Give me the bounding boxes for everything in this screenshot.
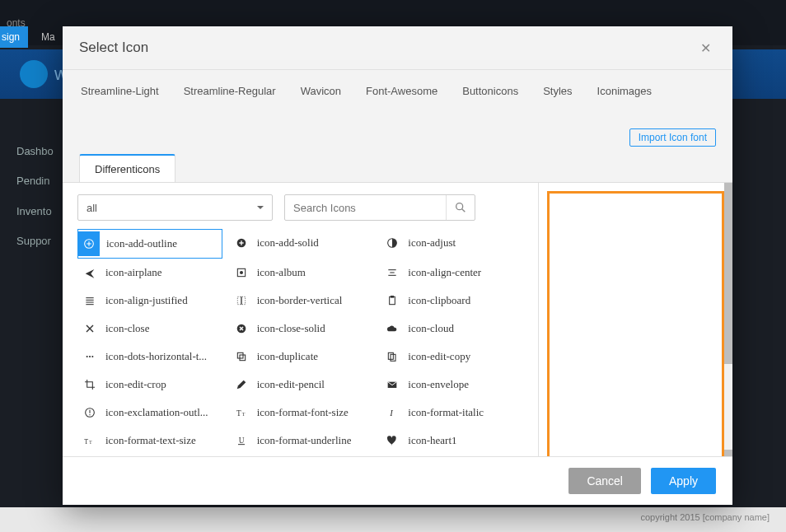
icon-choice-format-font-size[interactable]: TTicon-format-font-size [229,399,374,427]
icon-choice-format-underline[interactable]: Uicon-format-underline [229,427,374,455]
close-icon[interactable]: ✕ [695,35,716,61]
add-outline-icon [78,231,100,256]
svg-rect-21 [391,296,394,298]
search-field-wrap [284,194,475,221]
apply-button[interactable]: Apply [651,468,716,494]
category-dropdown[interactable]: all [77,194,273,221]
svg-rect-20 [390,296,395,304]
cloud-icon [383,320,401,338]
svg-point-29 [91,356,93,357]
iconset-tab-buttonicons[interactable]: Buttonicons [461,85,520,107]
icon-choice-cloud[interactable]: icon-cloud [380,315,525,343]
align-center-icon [383,264,401,282]
icon-choice-label: icon-close-solid [257,322,325,335]
icon-choice-edit-pencil[interactable]: icon-edit-pencil [229,371,374,399]
icon-choice-close-solid[interactable]: icon-close-solid [229,315,374,343]
icon-choice-label: icon-envelope [408,378,469,391]
icon-choice-add-outline[interactable]: icon-add-outline [77,229,222,259]
icon-browser-pane: all icon-add-outlineicon-add-solidicon-a… [63,183,538,456]
icon-choice-label: icon-add-outline [106,237,177,250]
search-input[interactable] [285,195,446,220]
icon-choice-label: icon-exclamation-outl... [105,406,208,419]
iconset-tab-iconimages[interactable]: Iconimages [596,85,653,107]
subtab-differenticons[interactable]: Differenticons [79,154,175,183]
icon-choice-exclamation-outline[interactable]: icon-exclamation-outl... [77,399,222,427]
svg-point-0 [456,203,463,210]
filter-row: all [77,194,530,221]
icon-choice-label: icon-heart1 [408,434,456,447]
svg-text:T: T [89,440,92,445]
scrollbar-thumb-bottom[interactable] [724,450,732,456]
icon-choice-printer[interactable]: icon-printer [380,455,525,456]
icon-choice-airplane[interactable]: icon-airplane [77,259,222,287]
cancel-button[interactable]: Cancel [568,468,641,494]
icon-choice-align-center[interactable]: icon-align-center [380,259,525,287]
icon-choice-label: icon-cloud [408,322,454,335]
icon-choice-clipboard[interactable]: icon-clipboard [380,287,525,315]
svg-text:T: T [241,412,245,417]
format-text-size-icon: TT [81,432,99,450]
dialog-title: Select Icon [79,40,148,56]
scrollbar-thumb[interactable] [724,183,732,364]
subtab-label: Differenticons [95,163,160,175]
dialog-header: Select Icon ✕ [63,26,732,70]
icon-choice-edit-copy[interactable]: icon-edit-copy [380,343,525,371]
iconset-tab-wavicon[interactable]: Wavicon [299,85,343,107]
icon-choice-album[interactable]: icon-album [229,259,374,287]
dialog-scrollbar[interactable] [724,183,732,456]
exclamation-outline-icon [81,404,99,422]
icon-choice-location-marina[interactable]: icon-location-marina [77,455,222,456]
align-justified-icon [81,292,99,310]
icon-choice-label: icon-airplane [105,266,162,279]
svg-text:T: T [236,409,241,418]
iconset-tab-streamline-light[interactable]: Streamline-Light [79,85,161,107]
icon-choice-label: icon-edit-copy [408,350,470,363]
icon-choice-label: icon-adjust [408,236,456,250]
icon-choice-align-justified[interactable]: icon-align-justified [77,287,222,315]
iconset-tab-streamline-regular[interactable]: Streamline-Regular [182,85,278,107]
icon-choice-portfolio[interactable]: icon-portfolio [229,455,374,456]
icon-choice-border-vertical[interactable]: icon-border-vertical [229,287,374,315]
icon-choice-label: icon-format-font-size [257,406,349,419]
edit-pencil-icon [232,376,250,394]
icon-choice-label: icon-format-underline [257,434,352,447]
icon-choice-label: icon-duplicate [257,350,318,363]
icon-choice-format-text-size[interactable]: TTicon-format-text-size [77,427,222,455]
envelope-icon [383,376,401,394]
import-icon-font-button[interactable]: Import Icon font [629,128,716,147]
icon-choice-adjust[interactable]: icon-adjust [380,229,525,257]
svg-rect-30 [237,352,243,358]
search-button[interactable] [446,195,475,220]
svg-point-37 [89,414,90,415]
modal-overlay: Select Icon ✕ Streamline-LightStreamline… [0,0,786,532]
svg-text:I: I [390,408,394,418]
icon-choice-edit-crop[interactable]: icon-edit-crop [77,371,222,399]
icon-choice-dots-horizontal[interactable]: icon-dots-horizontal-t... [77,343,222,371]
album-icon [232,264,250,282]
icon-choice-add-solid[interactable]: icon-add-solid [229,229,374,257]
icon-choice-label: icon-edit-pencil [257,378,325,391]
dialog-footer: Cancel Apply [63,456,732,505]
preview-pane [538,183,732,456]
svg-rect-31 [240,355,246,361]
icon-choice-close[interactable]: icon-close [77,315,222,343]
svg-point-10 [240,271,243,274]
svg-text:U: U [238,436,244,445]
icon-choice-label: icon-align-justified [105,294,188,307]
iconset-tab-font-awesome[interactable]: Font-Awesome [364,85,439,107]
icon-choice-duplicate[interactable]: icon-duplicate [229,343,374,371]
icon-choice-label: icon-album [257,266,306,279]
iconset-tab-styles[interactable]: Styles [541,85,573,107]
icon-choice-format-italic[interactable]: Iicon-format-italic [380,399,525,427]
icon-choice-label: icon-close [105,322,149,335]
duplicate-icon [232,348,250,366]
icon-choice-heart[interactable]: icon-heart1 [380,427,525,455]
icon-scroll-area[interactable]: icon-add-outlineicon-add-solidicon-adjus… [77,229,530,456]
search-icon [454,201,467,214]
heart-icon [383,432,401,450]
edit-crop-icon [81,376,99,394]
svg-point-28 [89,356,91,357]
icon-choice-label: icon-format-italic [408,406,484,419]
format-underline-icon: U [232,432,250,450]
icon-choice-envelope[interactable]: icon-envelope [380,371,525,399]
